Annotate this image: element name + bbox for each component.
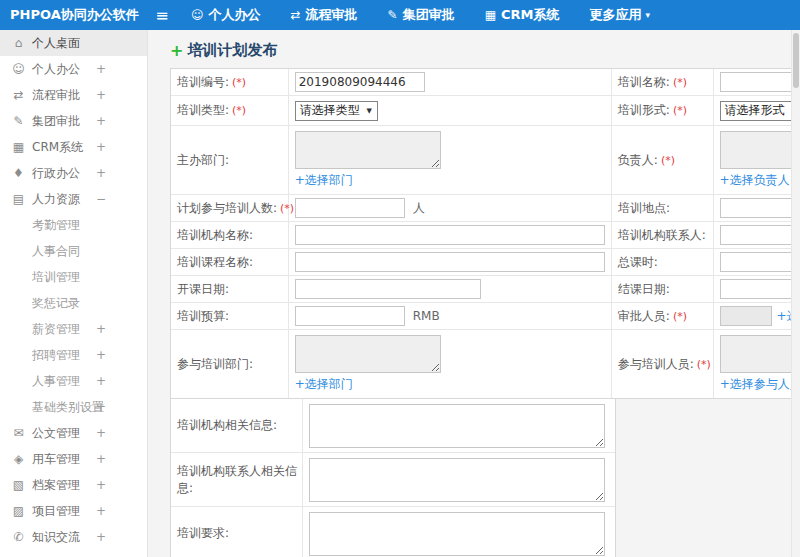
host-department-link[interactable]: +选择部门 xyxy=(295,172,353,189)
leader-link[interactable]: +选择负责人 xyxy=(720,172,790,189)
expand-icon[interactable]: + xyxy=(96,394,106,420)
form-row: 培训机构相关信息: xyxy=(171,399,615,453)
participants-textarea[interactable] xyxy=(720,335,800,373)
hr-icon: ▤ xyxy=(11,186,26,212)
required-mark: (*) xyxy=(232,76,246,89)
course-name-field xyxy=(289,249,612,275)
expand-icon[interactable]: + xyxy=(96,108,106,134)
sidebar-item-group-approval[interactable]: ✎集团审批+ xyxy=(0,108,147,134)
training-form-select[interactable]: 请选择形式▼ xyxy=(720,101,800,121)
org-name-input[interactable] xyxy=(295,225,605,245)
org-contact-input[interactable] xyxy=(720,225,800,245)
approver-field: +选择审批人员 xyxy=(714,303,800,329)
participants-link[interactable]: +选择参与人员 xyxy=(720,376,800,393)
sidebar-item-personal-desktop[interactable]: ⌂个人桌面 xyxy=(0,30,147,56)
training-type-select[interactable]: 请选择类型▼ xyxy=(295,101,378,121)
participating-departments-link[interactable]: +选择部门 xyxy=(295,376,353,393)
sidebar-item-document-mgmt[interactable]: ✉公文管理+ xyxy=(0,420,147,446)
nav-item-group-approval[interactable]: ✎集团审批 xyxy=(373,0,470,30)
nav-item-more-apps[interactable]: 更多应用▾ xyxy=(574,0,665,30)
total-class-hours-input[interactable] xyxy=(720,252,800,272)
expand-icon[interactable]: + xyxy=(96,342,106,368)
participants-field: +选择参与人员 xyxy=(714,330,800,398)
admin-icon: ♦ xyxy=(11,160,26,186)
host-department-textarea[interactable] xyxy=(295,131,441,169)
org-contact-related-info-textarea[interactable] xyxy=(309,458,605,502)
planned-participants-unit: 人 xyxy=(413,200,425,217)
total-class-hours-label: 总课时: xyxy=(612,249,714,275)
participating-departments-label: 参与培训部门: xyxy=(171,330,289,398)
org-contact-related-info-field xyxy=(303,453,615,506)
sidebar-item-admin-office[interactable]: ♦行政办公+ xyxy=(0,160,147,186)
form-table-top: 培训编号:(*)培训名称:(*)培训类型:(*)请选择类型▼培训形式:(*)请选… xyxy=(170,68,800,399)
expand-icon[interactable]: + xyxy=(96,316,106,342)
training-number-input[interactable] xyxy=(295,72,425,92)
sidebar-item-personnel-mgmt[interactable]: 人事管理+ xyxy=(0,368,147,394)
org-contact-related-info-label: 培训机构联系人相关信息: xyxy=(171,453,303,506)
collapse-icon[interactable]: − xyxy=(96,186,106,212)
field-label-text: 培训预算: xyxy=(177,308,229,325)
training-budget-input[interactable] xyxy=(295,306,405,326)
training-name-label: 培训名称:(*) xyxy=(612,69,714,95)
nav-item-crm-system[interactable]: ▦CRM系统 xyxy=(470,0,575,30)
sidebar-item-vehicle-mgmt[interactable]: ◈用车管理+ xyxy=(0,446,147,472)
expand-icon[interactable]: + xyxy=(96,472,106,498)
expand-icon[interactable]: + xyxy=(96,524,106,550)
field-label-text: 培训机构名称: xyxy=(177,227,253,244)
training-name-input[interactable] xyxy=(720,72,800,92)
sidebar-item-attendance-mgmt[interactable]: 考勤管理 xyxy=(0,212,147,238)
org-related-info-textarea[interactable] xyxy=(309,404,605,448)
field-label-text: 培训形式: xyxy=(618,102,670,119)
sidebar-item-crm-system[interactable]: ▦CRM系统+ xyxy=(0,134,147,160)
expand-icon[interactable]: + xyxy=(96,160,106,186)
sidebar-item-label: 集团审批 xyxy=(32,114,80,128)
course-name-input[interactable] xyxy=(295,252,605,272)
doc-icon: ✉ xyxy=(11,420,26,446)
sidebar-item-reward-records[interactable]: 奖惩记录 xyxy=(0,290,147,316)
flow-icon: ⇄ xyxy=(291,8,301,22)
sidebar-item-knowledge-exchange[interactable]: ✆知识交流+ xyxy=(0,524,147,550)
expand-icon[interactable]: + xyxy=(96,420,106,446)
leader-textarea[interactable] xyxy=(720,131,800,169)
expand-icon[interactable]: + xyxy=(96,82,106,108)
field-label-text: 培训名称: xyxy=(618,74,670,91)
required-mark: (*) xyxy=(673,76,687,89)
expand-icon[interactable]: + xyxy=(96,134,106,160)
sidebar-item-archive-mgmt[interactable]: ▧档案管理+ xyxy=(0,472,147,498)
expand-icon[interactable]: + xyxy=(96,446,106,472)
sidebar-item-base-category-settings[interactable]: 基础类别设置+ xyxy=(0,394,147,420)
form-row: 计划参与培训人数:(*)人培训地点: xyxy=(171,195,800,222)
approve-icon: ✎ xyxy=(11,108,26,134)
sidebar-item-salary-mgmt[interactable]: 薪资管理+ xyxy=(0,316,147,342)
training-location-label: 培训地点: xyxy=(612,195,714,221)
training-type-label: 培训类型:(*) xyxy=(171,96,289,125)
nav-item-process-approval[interactable]: ⇄流程审批 xyxy=(276,0,373,30)
sidebar-item-human-resources[interactable]: ▤人力资源− xyxy=(0,186,147,212)
planned-participants-input[interactable] xyxy=(295,198,405,218)
scrollbar-thumb[interactable] xyxy=(793,33,799,88)
nav-item-personal-office[interactable]: ☺个人办公 xyxy=(176,0,276,30)
sidebar-item-project-mgmt[interactable]: ▨项目管理+ xyxy=(0,498,147,524)
sidebar-item-training-mgmt[interactable]: 培训管理 xyxy=(0,264,147,290)
expand-icon[interactable]: + xyxy=(96,368,106,394)
end-date-input[interactable] xyxy=(720,279,800,299)
sidebar-item-recruit-mgmt[interactable]: 招聘管理+ xyxy=(0,342,147,368)
start-date-input[interactable] xyxy=(295,279,481,299)
sidebar-item-label: 人力资源 xyxy=(32,192,80,206)
course-name-label: 培训课程名称: xyxy=(171,249,289,275)
training-requirements-textarea[interactable] xyxy=(309,512,605,556)
participating-departments-textarea[interactable] xyxy=(295,335,441,373)
menu-icon[interactable]: ≡ xyxy=(148,6,176,25)
expand-icon[interactable]: + xyxy=(96,498,106,524)
approver-input[interactable] xyxy=(720,306,772,326)
scrollbar[interactable] xyxy=(791,30,800,557)
sidebar-item-personal-office[interactable]: ☺个人办公+ xyxy=(0,56,147,82)
flow-icon: ⇄ xyxy=(11,82,26,108)
sidebar-item-process-approval[interactable]: ⇄流程审批+ xyxy=(0,82,147,108)
training-location-input[interactable] xyxy=(720,198,800,218)
sidebar-item-personnel-contract[interactable]: 人事合同 xyxy=(0,238,147,264)
expand-icon[interactable]: + xyxy=(96,56,106,82)
nav-item-label: CRM系统 xyxy=(501,6,560,24)
form-row: 开课日期:结课日期: xyxy=(171,276,800,303)
sidebar-menu: ⌂个人桌面☺个人办公+⇄流程审批+✎集团审批+▦CRM系统+♦行政办公+▤人力资… xyxy=(0,30,147,550)
